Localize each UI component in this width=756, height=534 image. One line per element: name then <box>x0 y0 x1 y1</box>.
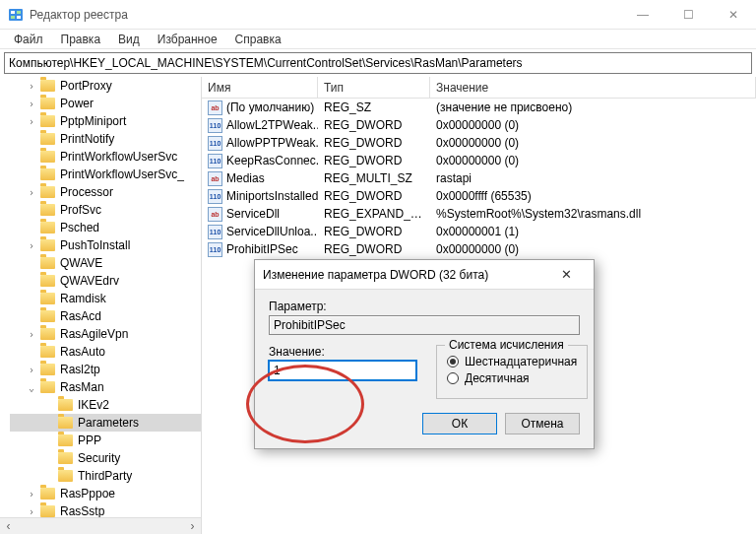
reg-sz-icon: ab <box>208 207 222 222</box>
chevron-right-icon[interactable]: › <box>26 329 37 340</box>
menu-help[interactable]: Справка <box>227 32 289 47</box>
menu-view[interactable]: Вид <box>110 32 148 47</box>
chevron-right-icon[interactable]: › <box>26 506 37 517</box>
chevron-right-icon[interactable]: › <box>26 187 37 198</box>
value-type: REG_DWORD <box>318 136 430 150</box>
scroll-track[interactable] <box>17 518 184 534</box>
tree-item-pushtoinstall[interactable]: ›PushToInstall <box>10 236 201 254</box>
tree-item-pptpminiport[interactable]: ›PptpMiniport <box>10 112 201 130</box>
folder-icon <box>40 204 55 216</box>
folder-icon <box>40 275 55 287</box>
value-row[interactable]: 110AllowPPTPWeak...REG_DWORD0x00000000 (… <box>202 134 756 152</box>
tree-item-rasman[interactable]: ⌄RasMan <box>10 378 201 396</box>
tree-item-rasl2tp[interactable]: ›Rasl2tp <box>10 361 201 378</box>
chevron-right-icon[interactable]: › <box>26 365 37 375</box>
tree-item-rasacd[interactable]: RasAcd <box>10 307 201 325</box>
tree-item-power[interactable]: ›Power <box>10 95 201 112</box>
value-name: ServiceDll <box>226 207 280 221</box>
radio-dec[interactable]: Десятичная <box>447 371 577 385</box>
value-name: Medias <box>226 171 265 185</box>
tree-item-label: RasPppoe <box>58 487 115 501</box>
svg-rect-3 <box>17 11 21 14</box>
close-button[interactable]: ✕ <box>711 0 756 29</box>
tree-item-ppp[interactable]: PPP <box>10 432 201 449</box>
value-field[interactable] <box>269 361 416 380</box>
tree-item-printnotify[interactable]: PrintNotify <box>10 130 201 148</box>
cancel-button[interactable]: Отмена <box>505 413 580 434</box>
scroll-right-icon[interactable]: › <box>184 518 201 535</box>
menu-edit[interactable]: Правка <box>53 32 109 47</box>
tree-item-raspppoe[interactable]: ›RasPppoe <box>10 485 201 502</box>
radio-hex-label: Шестнадцатеричная <box>465 355 577 368</box>
tree-item-rasagilevpn[interactable]: ›RasAgileVpn <box>10 325 201 343</box>
tree-pane[interactable]: ›PortProxy›Power›PptpMiniportPrintNotify… <box>0 77 202 534</box>
tree-item-qwavedrv[interactable]: QWAVEdrv <box>10 272 201 290</box>
dialog-titlebar[interactable]: Изменение параметра DWORD (32 бита) ✕ <box>255 260 594 290</box>
value-type: REG_MULTI_SZ <box>318 171 430 185</box>
maximize-button[interactable]: ☐ <box>665 0 711 29</box>
tree-item-thirdparty[interactable]: ThirdParty <box>10 467 201 485</box>
tree-item-ikev2[interactable]: IKEv2 <box>10 396 201 414</box>
value-row[interactable]: abMediasREG_MULTI_SZrastapi <box>202 169 756 187</box>
reg-binary-icon: 110 <box>208 118 222 133</box>
chevron-right-icon[interactable]: › <box>26 99 37 109</box>
reg-binary-icon: 110 <box>208 136 222 151</box>
window-controls: — ☐ ✕ <box>620 0 756 29</box>
param-name-field <box>269 315 580 335</box>
tree-item-label: Power <box>58 97 94 110</box>
col-data-header[interactable]: Значение <box>430 77 756 98</box>
radio-hex[interactable]: Шестнадцатеричная <box>447 355 577 368</box>
tree-item-profsvc[interactable]: ProfSvc <box>10 201 201 219</box>
dialog-close-button[interactable]: ✕ <box>546 260 586 289</box>
menu-favorites[interactable]: Избранное <box>150 32 225 47</box>
value-row[interactable]: 110AllowL2TPWeak...REG_DWORD0x00000000 (… <box>202 116 756 134</box>
menu-file[interactable]: Файл <box>6 32 51 47</box>
folder-icon <box>40 80 55 92</box>
value-type: REG_DWORD <box>318 118 430 132</box>
chevron-right-icon[interactable]: › <box>26 489 37 500</box>
tree-item-security[interactable]: Security <box>10 449 201 467</box>
tree-item-processor[interactable]: ›Processor <box>10 183 201 201</box>
tree-item-label: PushToInstall <box>58 238 130 252</box>
tree-item-label: QWAVE <box>58 256 102 270</box>
value-row[interactable]: 110ServiceDllUnloa...REG_DWORD0x00000001… <box>202 223 756 240</box>
tree-item-printworkflowusersvc[interactable]: PrintWorkflowUserSvc <box>10 148 201 166</box>
value-row[interactable]: ab(По умолчанию)REG_SZ(значение не присв… <box>202 99 756 116</box>
value-type: REG_DWORD <box>318 154 430 167</box>
reg-sz-icon: ab <box>208 100 222 115</box>
value-type: REG_DWORD <box>318 189 430 203</box>
value-row[interactable]: 110MiniportsInstalledREG_DWORD0x0000ffff… <box>202 187 756 205</box>
tree-item-parameters[interactable]: Parameters <box>10 414 201 432</box>
svg-rect-1 <box>11 11 15 14</box>
minimize-button[interactable]: — <box>620 0 665 29</box>
col-name-header[interactable]: Имя <box>202 77 318 98</box>
chevron-down-icon[interactable]: ⌄ <box>26 382 37 393</box>
svg-rect-2 <box>11 16 15 19</box>
tree-h-scrollbar[interactable]: ‹ › <box>0 517 201 534</box>
value-row[interactable]: abServiceDllREG_EXPAND_SZ%SystemRoot%\Sy… <box>202 205 756 223</box>
tree-item-ramdisk[interactable]: Ramdisk <box>10 290 201 307</box>
reg-binary-icon: 110 <box>208 189 222 204</box>
tree-item-label: QWAVEdrv <box>58 274 119 288</box>
value-row[interactable]: 110KeepRasConnec...REG_DWORD0x00000000 (… <box>202 152 756 169</box>
tree-item-rasauto[interactable]: RasAuto <box>10 343 201 361</box>
radio-hex-icon <box>447 356 459 367</box>
tree-item-qwave[interactable]: QWAVE <box>10 254 201 272</box>
tree-item-psched[interactable]: Psched <box>10 219 201 236</box>
reg-binary-icon: 110 <box>208 242 222 257</box>
address-bar[interactable]: Компьютер\HKEY_LOCAL_MACHINE\SYSTEM\Curr… <box>4 52 752 74</box>
folder-icon <box>40 293 55 304</box>
chevron-right-icon[interactable]: › <box>26 240 37 251</box>
tree-item-label: PrintNotify <box>58 132 114 146</box>
col-type-header[interactable]: Тип <box>318 77 430 98</box>
ok-button[interactable]: ОК <box>422 413 497 434</box>
chevron-right-icon[interactable]: › <box>26 116 37 127</box>
value-type: REG_EXPAND_SZ <box>318 207 430 221</box>
value-row[interactable]: 110ProhibitIPSecREG_DWORD0x00000000 (0) <box>202 240 756 258</box>
tree-item-portproxy[interactable]: ›PortProxy <box>10 77 201 95</box>
tree-item-printworkflowusersvc-[interactable]: PrintWorkflowUserSvc_ <box>10 166 201 183</box>
folder-icon <box>58 434 73 446</box>
chevron-right-icon[interactable]: › <box>26 81 37 92</box>
scroll-left-icon[interactable]: ‹ <box>0 518 17 535</box>
reg-binary-icon: 110 <box>208 225 222 239</box>
